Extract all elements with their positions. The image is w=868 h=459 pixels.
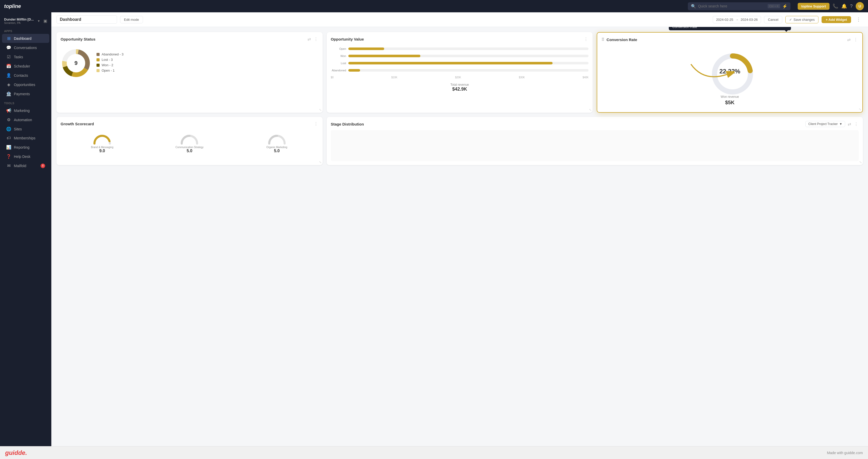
memberships-icon: 🏷 [6,136,11,141]
scorecard-value: 9.0 [61,149,144,153]
gauge-chart: 22.22% [709,51,750,92]
widget-more-button[interactable]: ⋮ [853,37,858,42]
date-range-picker[interactable]: 2024-02-25 → 2024-03-26 [713,16,761,23]
legend-item: Open - 1 [96,68,318,72]
bell-icon[interactable]: 🔔 [841,3,847,9]
sidebar-item-label: Opportunities [14,83,35,87]
sidebar-item-label: Tasks [14,55,23,59]
add-widget-button[interactable]: + Add Widget [822,16,851,23]
workspace-sub: Scranton, PA [4,21,34,24]
resize-handle-icon: ⤡ [859,108,861,111]
sidebar-item-memberships[interactable]: 🏷 Memberships [2,134,49,143]
widget-more-button[interactable]: ⋮ [313,121,318,127]
scorecard-item: Communication Strategy 5.0 [148,132,231,153]
opportunity-value-title: Opportunity Value [331,37,364,41]
workspace-switcher[interactable]: Dunder Mifflin [D... Scranton, PA ▼ ▣ [0,16,51,26]
sidebar-item-tasks[interactable]: ☑ Tasks [2,52,49,61]
widget-filter-button[interactable]: ⇄ [847,121,851,127]
conversations-icon: 💬 [6,45,11,50]
widget-filter-button[interactable]: ⇄ [847,37,851,42]
layout: Dunder Mifflin [D... Scranton, PA ▼ ▣ Ap… [0,0,868,459]
sidebar-item-marketing[interactable]: 📢 Marketing [2,106,49,115]
app-logo: topline [4,3,21,9]
growth-scorecard-title: Growth Scorecard [61,122,94,126]
widget-filter-button[interactable]: ⇄ [307,36,311,42]
bar-track [348,48,589,50]
sidebar-item-conversations[interactable]: 💬 Conversations [2,43,49,52]
widget-header: Growth Scorecard ⋮ [61,121,318,127]
widget-growth-scorecard: Growth Scorecard ⋮ [57,117,322,165]
total-revenue-label: Total revenue [331,83,589,87]
scorecard-label: Brand & Messaging [61,146,144,149]
sidebar-toggle-icon[interactable]: ▣ [43,19,47,23]
legend-item: Won - 2 [96,63,318,67]
sidebar-item-label: Payments [14,92,30,96]
bottom-bar: guidde. Made with guidde.com [0,446,868,459]
sidebar-item-opportunities[interactable]: ◈ Opportunities [2,80,49,89]
sidebar-item-sites[interactable]: 🌐 Sites [2,124,49,133]
widget-actions: ⇄ ⋮ [847,37,858,42]
tools-section-label: Tools [0,99,51,106]
opportunities-icon: ◈ [6,82,11,87]
widget-more-button[interactable]: ⋮ [583,36,589,42]
cancel-button[interactable]: Cancel [764,16,782,23]
sidebar-item-label: Reporting [14,145,30,149]
widget-more-button[interactable]: ⋮ [854,121,859,127]
search-bar[interactable]: 🔍 Ctrl + K ⚡ [688,2,790,10]
payments-icon: 🏦 [6,91,11,96]
bar-fill [348,62,553,64]
main-content: Edit mode 2024-02-25 → 2024-03-26 Cancel… [51,12,868,459]
pipeline-selector[interactable]: Client Project Tracker ▼ [805,121,845,127]
date-end: 2024-03-26 [741,18,758,22]
legend-label: Won - 2 [102,63,113,67]
widget-stage-distribution: Stage Distribution Client Project Tracke… [327,117,863,165]
sidebar-item-reporting[interactable]: 📊 Reporting [2,143,49,152]
sidebar-item-mailfold[interactable]: ✉ Mailfold 8 [2,161,49,170]
bar-fill [348,55,421,57]
donut-chart-container: 9 Abandoned - 3 Lost - 3 W [61,45,318,81]
resize-handle-icon: ⤡ [319,108,321,112]
avatar[interactable]: U [856,2,864,10]
xaxis-label: $10K [392,76,397,79]
drag-handle-icon[interactable]: ⠿ [601,37,604,42]
sidebar-item-contacts[interactable]: 👤 Contacts [2,71,49,80]
date-arrow-icon: → [735,18,739,22]
sidebar-item-automation[interactable]: ⚙ Automation [2,115,49,124]
donut-legend: Abandoned - 3 Lost - 3 Won - 2 Open [96,52,318,74]
widget-more-button[interactable]: ⋮ [313,36,318,42]
xaxis-label: $40K [583,76,589,79]
save-changes-button[interactable]: ✓ Save changes [785,16,818,23]
mailfold-icon: ✉ [6,163,11,168]
topnav-right: topline Support 📞 🔔 ? U [798,2,864,10]
sidebar-item-scheduler[interactable]: 📅 Scheduler [2,62,49,70]
stage-distribution-chart [331,130,859,161]
widget-header: ⠿ Conversion Rate ⇄ ⋮ [601,37,858,42]
sidebar-item-payments[interactable]: 🏦 Payments [2,89,49,98]
resize-handle-icon: ⤡ [319,160,321,164]
gauge-center-value: 22.22% [719,68,740,75]
search-input[interactable] [698,4,766,8]
apps-section-label: Apps [0,26,51,34]
edit-mode-button[interactable]: Edit mode [120,16,143,23]
phone-icon[interactable]: 📞 [833,3,838,9]
widget-actions: ⋮ [583,36,589,42]
workspace-name: Dunder Mifflin [D... [4,18,34,21]
tasks-icon: ☑ [6,54,11,59]
sidebar-item-label: Help Desk [14,155,31,159]
gauge-container: 22.22% Won revenue $5K [601,46,858,108]
more-options-button[interactable]: ⋮ [854,16,863,23]
sidebar-item-dashboard[interactable]: ⊞ Dashboard [2,34,49,43]
scorecard-gauge [92,132,113,145]
chevron-down-icon: ▼ [839,122,842,126]
donut-center-value: 9 [74,60,78,66]
support-button[interactable]: topline Support [798,3,830,10]
help-icon[interactable]: ? [850,4,852,9]
sites-icon: 🌐 [6,127,11,131]
bar-label: Lost [331,62,346,65]
dashboard-title-input[interactable] [57,16,117,24]
bar-fill [348,48,384,50]
sidebar-item-helpdesk[interactable]: ❓ Help Desk [2,152,49,161]
x-axis: $0 $10K $20K $30K $40K [331,76,589,79]
bottom-tagline: Made with guidde.com [827,451,863,455]
legend-label: Lost - 3 [102,58,113,62]
